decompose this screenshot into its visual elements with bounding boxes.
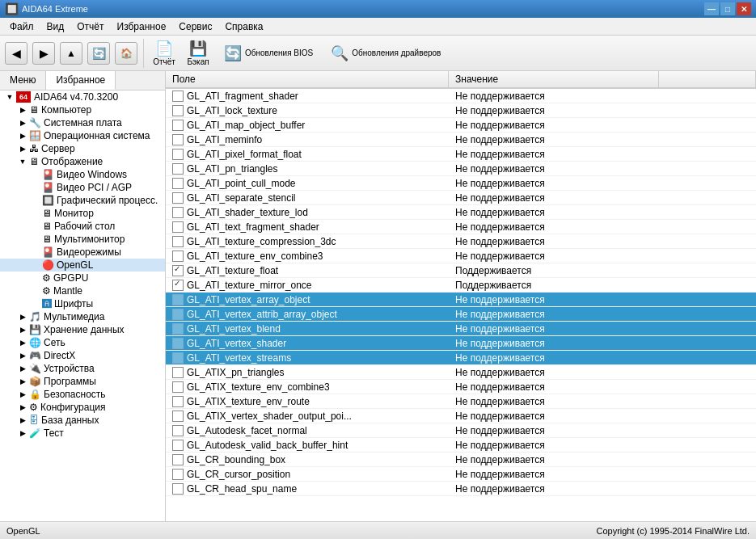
tree-item-gpu[interactable]: 🔲 Графический процесс. bbox=[0, 194, 165, 207]
checkbox-5[interactable] bbox=[172, 163, 184, 175]
table-row[interactable]: GL_ATI_vertex_streamsНе поддерживается bbox=[166, 351, 756, 365]
tree-item-mantle[interactable]: ⚙ Mantle bbox=[0, 284, 165, 297]
checkbox-20[interactable] bbox=[172, 381, 184, 393]
data-table[interactable]: Поле Значение GL_ATI_fragment_shaderНе п… bbox=[166, 71, 756, 521]
tree-item-multimedia[interactable]: ▶ 🎵 Мультимедиа bbox=[0, 310, 165, 323]
checkbox-10[interactable] bbox=[172, 236, 184, 247]
tree-item-server[interactable]: ▶ 🖧 Сервер bbox=[0, 142, 165, 155]
menu-file[interactable]: Файл bbox=[3, 19, 40, 34]
table-row[interactable]: GL_ATI_texture_env_combine3Не поддержива… bbox=[166, 249, 756, 263]
table-row[interactable]: GL_CR_head_spu_nameНе поддерживается bbox=[166, 482, 756, 496]
table-row[interactable]: GL_CR_cursor_positionНе поддерживается bbox=[166, 467, 756, 482]
table-row[interactable]: GL_ATI_point_cull_modeНе поддерживается bbox=[166, 176, 756, 191]
checkbox-18[interactable] bbox=[172, 352, 184, 364]
tree-item-monitor[interactable]: 🖥 Монитор bbox=[0, 207, 165, 220]
checkbox-13[interactable] bbox=[172, 280, 184, 291]
table-row[interactable]: GL_ATI_vertex_blendНе поддерживается bbox=[166, 322, 756, 336]
tree-item-directx[interactable]: ▶ 🎮 DirectX bbox=[0, 349, 165, 362]
table-row[interactable]: GL_ATI_texture_mirror_onceПоддерживается bbox=[166, 278, 756, 293]
tree-item-video-windows[interactable]: 🎴 Видео Windows bbox=[0, 168, 165, 181]
bios-update-button[interactable]: 🔄 Обновления BIOS bbox=[216, 43, 321, 64]
table-row[interactable]: GL_ATIX_texture_env_routeНе поддерживает… bbox=[166, 394, 756, 409]
checkbox-2[interactable] bbox=[172, 120, 184, 131]
checkbox-1[interactable] bbox=[172, 105, 184, 116]
menu-service[interactable]: Сервис bbox=[172, 19, 218, 34]
tree-item-motherboard[interactable]: ▶ 🔧 Системная плата bbox=[0, 116, 165, 129]
tree-item-videomodes[interactable]: 🎴 Видеорежимы bbox=[0, 246, 165, 259]
checkbox-23[interactable] bbox=[172, 425, 184, 436]
menu-favorites[interactable]: Избранное bbox=[111, 19, 173, 34]
checkbox-27[interactable] bbox=[172, 483, 184, 495]
tab-menu[interactable]: Меню bbox=[0, 71, 46, 90]
tree-item-aida64[interactable]: ▼ 64 AIDA64 v4.70.3200 bbox=[0, 91, 165, 103]
tree-item-test[interactable]: ▶ 🧪 Тест bbox=[0, 427, 165, 440]
table-row[interactable]: GL_ATI_pixel_format_floatНе поддерживает… bbox=[166, 147, 756, 162]
checkbox-0[interactable] bbox=[172, 91, 184, 102]
table-row[interactable]: GL_ATI_texture_floatПоддерживается bbox=[166, 263, 756, 278]
tree-item-programs[interactable]: ▶ 📦 Программы bbox=[0, 375, 165, 388]
table-row[interactable]: GL_ATI_text_fragment_shaderНе поддержива… bbox=[166, 220, 756, 234]
up-button[interactable]: ▲ bbox=[60, 42, 82, 65]
tree-item-computer[interactable]: ▶ 🖥 Компьютер bbox=[0, 103, 165, 116]
checkbox-4[interactable] bbox=[172, 149, 184, 160]
tree-item-display[interactable]: ▼ 🖥 Отображение bbox=[0, 155, 165, 168]
table-row[interactable]: GL_CR_bounding_boxНе поддерживается bbox=[166, 453, 756, 467]
tree-item-storage[interactable]: ▶ 💾 Хранение данных bbox=[0, 323, 165, 336]
minimize-button[interactable]: — bbox=[704, 2, 719, 15]
table-row[interactable]: GL_ATI_texture_compression_3dcНе поддерж… bbox=[166, 234, 756, 249]
checkbox-9[interactable] bbox=[172, 221, 184, 233]
checkbox-24[interactable] bbox=[172, 440, 184, 451]
checkbox-14[interactable] bbox=[172, 294, 184, 305]
checkbox-16[interactable] bbox=[172, 323, 184, 335]
back-button[interactable]: ◀ bbox=[5, 42, 27, 65]
tree-item-database[interactable]: ▶ 🗄 База данных bbox=[0, 414, 165, 427]
report-button[interactable]: 📄 Отчёт bbox=[148, 38, 180, 68]
tree-item-fonts[interactable]: 🅰 Шрифты bbox=[0, 297, 165, 310]
checkbox-7[interactable] bbox=[172, 192, 184, 204]
tree-item-os[interactable]: ▶ 🪟 Операционная система bbox=[0, 129, 165, 142]
table-row[interactable]: GL_ATI_vertex_attrib_array_objectНе подд… bbox=[166, 307, 756, 322]
menu-view[interactable]: Вид bbox=[40, 19, 71, 34]
tab-favorites[interactable]: Избранное bbox=[46, 71, 116, 90]
checkbox-12[interactable] bbox=[172, 265, 184, 276]
checkbox-26[interactable] bbox=[172, 469, 184, 480]
tree-item-config[interactable]: ▶ ⚙ Конфигурация bbox=[0, 401, 165, 414]
maximize-button[interactable]: □ bbox=[720, 2, 735, 15]
table-row[interactable]: GL_ATIX_texture_env_combine3Не поддержив… bbox=[166, 380, 756, 394]
checkbox-22[interactable] bbox=[172, 411, 184, 422]
checkbox-8[interactable] bbox=[172, 207, 184, 218]
table-row[interactable]: GL_ATI_meminfoНе поддерживается bbox=[166, 133, 756, 147]
table-row[interactable]: GL_ATIX_pn_trianglesНе поддерживается bbox=[166, 365, 756, 380]
tree-item-multimon[interactable]: 🖥 Мультимонитор bbox=[0, 233, 165, 246]
table-row[interactable]: GL_Autodesk_valid_back_buffer_hintНе под… bbox=[166, 438, 756, 453]
checkbox-19[interactable] bbox=[172, 367, 184, 378]
table-row[interactable]: GL_ATI_lock_textureНе поддерживается bbox=[166, 103, 756, 118]
tree-item-gpgpu[interactable]: ⚙ GPGPU bbox=[0, 272, 165, 284]
menu-help[interactable]: Справка bbox=[218, 19, 269, 34]
table-row[interactable]: GL_ATI_vertex_shaderНе поддерживается bbox=[166, 336, 756, 351]
tree-item-video-pci[interactable]: 🎴 Видео PCI / AGP bbox=[0, 181, 165, 194]
checkbox-17[interactable] bbox=[172, 338, 184, 349]
table-row[interactable]: GL_ATI_pn_trianglesНе поддерживается bbox=[166, 162, 756, 176]
tree-item-devices[interactable]: ▶ 🔌 Устройства bbox=[0, 362, 165, 375]
table-row[interactable]: GL_ATI_fragment_shaderНе поддерживается bbox=[166, 89, 756, 103]
checkbox-15[interactable] bbox=[172, 309, 184, 320]
checkbox-21[interactable] bbox=[172, 396, 184, 407]
table-row[interactable]: GL_ATI_vertex_array_objectНе поддерживае… bbox=[166, 293, 756, 307]
tree-item-opengl[interactable]: 🔴 OpenGL bbox=[0, 259, 165, 272]
checkbox-25[interactable] bbox=[172, 454, 184, 465]
table-row[interactable]: GL_ATI_separate_stencilНе поддерживается bbox=[166, 191, 756, 205]
tree-item-desktop[interactable]: 🖥 Рабочий стол bbox=[0, 220, 165, 233]
table-row[interactable]: GL_ATI_map_object_bufferНе поддерживаетс… bbox=[166, 118, 756, 133]
driver-update-button[interactable]: 🔍 Обновления драйверов bbox=[323, 43, 449, 64]
home-button[interactable]: 🏠 bbox=[115, 42, 137, 65]
checkbox-3[interactable] bbox=[172, 134, 184, 145]
refresh-button[interactable]: 🔄 bbox=[87, 42, 110, 65]
forward-button[interactable]: ▶ bbox=[32, 42, 55, 65]
table-row[interactable]: GL_ATI_shader_texture_lodНе поддерживает… bbox=[166, 205, 756, 220]
close-button[interactable]: ✕ bbox=[737, 2, 751, 15]
table-row[interactable]: GL_Autodesk_facet_normalНе поддерживаетс… bbox=[166, 423, 756, 438]
backup-button[interactable]: 💾 Бэкап bbox=[182, 38, 214, 68]
menu-report[interactable]: Отчёт bbox=[70, 19, 110, 34]
checkbox-11[interactable] bbox=[172, 251, 184, 262]
